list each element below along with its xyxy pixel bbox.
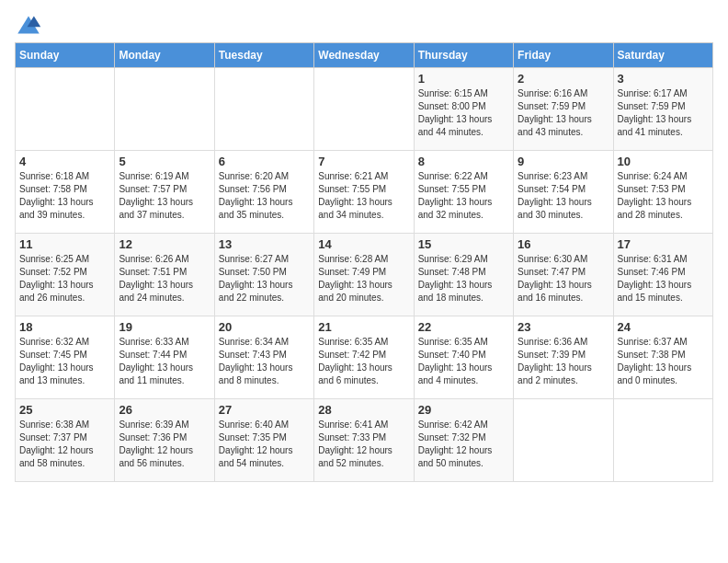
day-info: Sunrise: 6:15 AM Sunset: 8:00 PM Dayligh… — [418, 87, 509, 139]
day-number: 1 — [418, 72, 509, 86]
day-info: Sunrise: 6:27 AM Sunset: 7:50 PM Dayligh… — [219, 253, 310, 304]
calendar-cell: 8Sunrise: 6:22 AM Sunset: 7:55 PM Daylig… — [414, 151, 513, 234]
day-number: 20 — [219, 320, 310, 334]
day-info: Sunrise: 6:24 AM Sunset: 7:53 PM Dayligh… — [618, 170, 709, 222]
day-number: 18 — [19, 320, 110, 334]
day-info: Sunrise: 6:32 AM Sunset: 7:45 PM Dayligh… — [19, 336, 110, 387]
day-number: 6 — [219, 155, 310, 168]
day-info: Sunrise: 6:26 AM Sunset: 7:51 PM Dayligh… — [119, 253, 210, 304]
day-number: 24 — [618, 320, 709, 334]
day-header-friday: Friday — [514, 43, 613, 68]
calendar-cell: 22Sunrise: 6:35 AM Sunset: 7:40 PM Dayli… — [414, 316, 513, 399]
day-header-sunday: Sunday — [16, 43, 115, 68]
day-number: 23 — [518, 320, 609, 334]
calendar-cell: 4Sunrise: 6:18 AM Sunset: 7:58 PM Daylig… — [16, 151, 115, 234]
calendar-cell — [115, 68, 214, 151]
day-number: 28 — [318, 403, 409, 417]
day-info: Sunrise: 6:22 AM Sunset: 7:55 PM Dayligh… — [418, 170, 509, 222]
calendar-table: SundayMondayTuesdayWednesdayThursdayFrid… — [15, 42, 713, 482]
day-number: 3 — [618, 72, 709, 86]
day-info: Sunrise: 6:42 AM Sunset: 7:32 PM Dayligh… — [418, 419, 509, 470]
day-header-wednesday: Wednesday — [314, 43, 414, 68]
day-header-thursday: Thursday — [414, 43, 513, 68]
day-info: Sunrise: 6:16 AM Sunset: 7:59 PM Dayligh… — [518, 87, 609, 139]
day-info: Sunrise: 6:40 AM Sunset: 7:35 PM Dayligh… — [219, 419, 310, 470]
week-row-4: 18Sunrise: 6:32 AM Sunset: 7:45 PM Dayli… — [16, 316, 713, 399]
day-info: Sunrise: 6:19 AM Sunset: 7:57 PM Dayligh… — [119, 170, 210, 222]
day-info: Sunrise: 6:35 AM Sunset: 7:42 PM Dayligh… — [318, 336, 409, 387]
day-number: 14 — [318, 237, 409, 251]
day-info: Sunrise: 6:36 AM Sunset: 7:39 PM Dayligh… — [518, 336, 609, 387]
day-number: 17 — [618, 237, 709, 251]
calendar-body: 1Sunrise: 6:15 AM Sunset: 8:00 PM Daylig… — [16, 68, 713, 482]
day-number: 8 — [418, 155, 509, 168]
calendar-cell: 10Sunrise: 6:24 AM Sunset: 7:53 PM Dayli… — [613, 151, 712, 234]
calendar-cell: 29Sunrise: 6:42 AM Sunset: 7:32 PM Dayli… — [414, 399, 513, 482]
day-number: 26 — [119, 403, 210, 417]
week-row-5: 25Sunrise: 6:38 AM Sunset: 7:37 PM Dayli… — [16, 399, 713, 482]
calendar-cell: 23Sunrise: 6:36 AM Sunset: 7:39 PM Dayli… — [514, 316, 613, 399]
day-info: Sunrise: 6:30 AM Sunset: 7:47 PM Dayligh… — [518, 253, 609, 304]
calendar-cell: 2Sunrise: 6:16 AM Sunset: 7:59 PM Daylig… — [514, 68, 613, 151]
calendar-cell: 5Sunrise: 6:19 AM Sunset: 7:57 PM Daylig… — [115, 151, 214, 234]
calendar-cell: 7Sunrise: 6:21 AM Sunset: 7:55 PM Daylig… — [314, 151, 414, 234]
day-number: 11 — [19, 237, 110, 251]
day-number: 22 — [418, 320, 509, 334]
day-info: Sunrise: 6:39 AM Sunset: 7:36 PM Dayligh… — [119, 419, 210, 470]
calendar-cell: 1Sunrise: 6:15 AM Sunset: 8:00 PM Daylig… — [414, 68, 513, 151]
calendar-cell — [16, 68, 115, 151]
calendar-cell: 11Sunrise: 6:25 AM Sunset: 7:52 PM Dayli… — [16, 234, 115, 316]
calendar-cell: 16Sunrise: 6:30 AM Sunset: 7:47 PM Dayli… — [514, 234, 613, 316]
day-info: Sunrise: 6:37 AM Sunset: 7:38 PM Dayligh… — [618, 336, 709, 387]
calendar-cell: 19Sunrise: 6:33 AM Sunset: 7:44 PM Dayli… — [115, 316, 214, 399]
day-info: Sunrise: 6:35 AM Sunset: 7:40 PM Dayligh… — [418, 336, 509, 387]
day-info: Sunrise: 6:20 AM Sunset: 7:56 PM Dayligh… — [219, 170, 310, 222]
week-row-3: 11Sunrise: 6:25 AM Sunset: 7:52 PM Dayli… — [16, 234, 713, 316]
header — [15, 15, 713, 35]
week-row-2: 4Sunrise: 6:18 AM Sunset: 7:58 PM Daylig… — [16, 151, 713, 234]
calendar-cell: 6Sunrise: 6:20 AM Sunset: 7:56 PM Daylig… — [214, 151, 313, 234]
week-row-1: 1Sunrise: 6:15 AM Sunset: 8:00 PM Daylig… — [16, 68, 713, 151]
day-number: 29 — [418, 403, 509, 417]
calendar-cell — [314, 68, 414, 151]
day-header-tuesday: Tuesday — [214, 43, 313, 68]
day-info: Sunrise: 6:33 AM Sunset: 7:44 PM Dayligh… — [119, 336, 210, 387]
day-number: 9 — [518, 155, 609, 168]
calendar-header-row: SundayMondayTuesdayWednesdayThursdayFrid… — [16, 43, 713, 68]
calendar-cell: 28Sunrise: 6:41 AM Sunset: 7:33 PM Dayli… — [314, 399, 414, 482]
day-info: Sunrise: 6:34 AM Sunset: 7:43 PM Dayligh… — [219, 336, 310, 387]
calendar-cell: 15Sunrise: 6:29 AM Sunset: 7:48 PM Dayli… — [414, 234, 513, 316]
day-number: 2 — [518, 72, 609, 86]
day-number: 21 — [318, 320, 409, 334]
day-info: Sunrise: 6:25 AM Sunset: 7:52 PM Dayligh… — [19, 253, 110, 304]
day-number: 7 — [318, 155, 409, 168]
day-number: 13 — [219, 237, 310, 251]
calendar-cell: 17Sunrise: 6:31 AM Sunset: 7:46 PM Dayli… — [613, 234, 712, 316]
day-info: Sunrise: 6:38 AM Sunset: 7:37 PM Dayligh… — [19, 419, 110, 470]
day-info: Sunrise: 6:23 AM Sunset: 7:54 PM Dayligh… — [518, 170, 609, 222]
day-header-saturday: Saturday — [613, 43, 712, 68]
calendar-cell: 13Sunrise: 6:27 AM Sunset: 7:50 PM Dayli… — [214, 234, 313, 316]
calendar-cell: 25Sunrise: 6:38 AM Sunset: 7:37 PM Dayli… — [16, 399, 115, 482]
calendar-cell: 26Sunrise: 6:39 AM Sunset: 7:36 PM Dayli… — [115, 399, 214, 482]
calendar-cell: 20Sunrise: 6:34 AM Sunset: 7:43 PM Dayli… — [214, 316, 313, 399]
calendar-cell: 3Sunrise: 6:17 AM Sunset: 7:59 PM Daylig… — [613, 68, 712, 151]
day-info: Sunrise: 6:18 AM Sunset: 7:58 PM Dayligh… — [19, 170, 110, 222]
calendar-cell — [613, 399, 712, 482]
calendar-cell — [214, 68, 313, 151]
day-info: Sunrise: 6:28 AM Sunset: 7:49 PM Dayligh… — [318, 253, 409, 304]
day-number: 10 — [618, 155, 709, 168]
calendar-cell: 14Sunrise: 6:28 AM Sunset: 7:49 PM Dayli… — [314, 234, 414, 316]
day-number: 25 — [19, 403, 110, 417]
calendar-cell: 24Sunrise: 6:37 AM Sunset: 7:38 PM Dayli… — [613, 316, 712, 399]
calendar-cell: 21Sunrise: 6:35 AM Sunset: 7:42 PM Dayli… — [314, 316, 414, 399]
calendar-cell — [514, 399, 613, 482]
calendar-cell: 9Sunrise: 6:23 AM Sunset: 7:54 PM Daylig… — [514, 151, 613, 234]
logo — [15, 15, 46, 35]
calendar-cell: 12Sunrise: 6:26 AM Sunset: 7:51 PM Dayli… — [115, 234, 214, 316]
day-info: Sunrise: 6:29 AM Sunset: 7:48 PM Dayligh… — [418, 253, 509, 304]
calendar-cell: 18Sunrise: 6:32 AM Sunset: 7:45 PM Dayli… — [16, 316, 115, 399]
day-number: 4 — [19, 155, 110, 168]
logo-icon — [15, 15, 42, 35]
day-info: Sunrise: 6:31 AM Sunset: 7:46 PM Dayligh… — [618, 253, 709, 304]
